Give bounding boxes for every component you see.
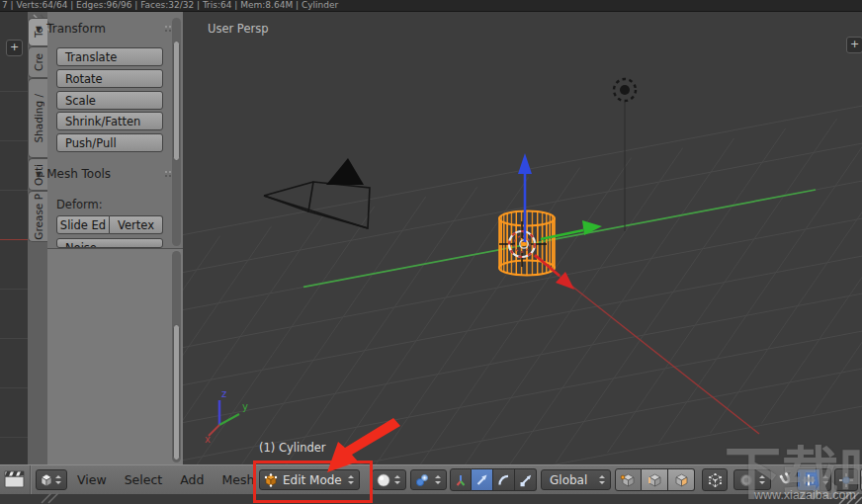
editor-type-dropdown[interactable] (36, 469, 67, 490)
view-name-label: User Persp (208, 22, 269, 36)
shelf-tab-shading[interactable]: Shading / (28, 78, 47, 158)
push-pull-button[interactable]: Push/Pull (56, 133, 163, 152)
blender-window: 7 | Verts:64/64 | Edges:96/96 | Faces:32… (0, 0, 862, 504)
manipulator-axes-button[interactable] (450, 468, 472, 491)
edge-select-icon (646, 471, 663, 488)
rotate-button[interactable]: Rotate (56, 69, 163, 88)
3d-viewport-cube-icon (39, 472, 54, 488)
vertex-select-button[interactable] (615, 468, 642, 491)
dropdown-stepper-icon (434, 472, 443, 487)
lower-scrollbar-thumb[interactable] (173, 324, 180, 461)
face-select-button[interactable] (668, 468, 695, 491)
edge-slide-button[interactable]: Slide Ed (56, 215, 110, 234)
dropdown-stepper-icon (54, 472, 63, 487)
grid-line (0, 190, 28, 191)
menu-view[interactable]: View (77, 465, 107, 494)
shelf-scrollbar-thumb[interactable] (173, 41, 180, 161)
pivot-point-dropdown[interactable] (410, 469, 447, 490)
manipulator-scale-button[interactable] (515, 468, 537, 491)
grid-floor (183, 80, 862, 464)
transform-panel-title: Transform (46, 22, 106, 36)
expand-region-button[interactable]: + (6, 40, 23, 56)
edge-select-button[interactable] (642, 468, 668, 491)
scene-stats-text: 7 | Verts:64/64 | Edges:96/96 | Faces:32… (2, 0, 338, 10)
dotted-cube-icon (707, 471, 724, 488)
translate-manipulator[interactable] (518, 153, 602, 290)
axes-tripod-icon (453, 472, 469, 488)
properties-region-expand-button[interactable]: + (846, 37, 862, 53)
lamp-object[interactable] (614, 79, 636, 231)
menu-mesh[interactable]: Mesh (221, 465, 254, 494)
shelf-tab-create[interactable]: Cre (28, 46, 47, 78)
viewport-canvas[interactable] (183, 12, 862, 464)
face-select-icon (673, 471, 690, 488)
grid-line (0, 91, 28, 92)
mini-axis-gizmo (209, 400, 239, 436)
pivot-point-icon (414, 472, 430, 488)
menu-select[interactable]: Select (125, 465, 163, 494)
shrink-fatten-button[interactable]: Shrink/Fatten (56, 112, 163, 130)
panel-grip-icon[interactable] (165, 171, 167, 173)
gizmo-x-label: x (205, 434, 211, 445)
side-editor-strip: + (0, 12, 29, 464)
rotate-arc-icon (496, 472, 512, 488)
3d-viewport[interactable]: User Persp (1) Cylinder z y x + (183, 12, 862, 464)
grid-line (0, 387, 28, 388)
transform-orientation-dropdown[interactable]: Global (541, 469, 611, 490)
gizmo-z-label: z (221, 388, 226, 399)
deform-label: Deform: (56, 198, 103, 211)
shelf-tab-grease-pencil[interactable]: Grease P (28, 191, 47, 242)
x-axis-line (0, 239, 28, 240)
menu-add[interactable]: Add (180, 465, 204, 494)
grid-line (0, 289, 28, 290)
orientation-dropdown-label: Global (550, 473, 587, 487)
collapse-triangle-icon: ▼ (36, 25, 42, 34)
panel-grip-icon[interactable] (165, 26, 167, 28)
scale-button[interactable]: Scale (56, 91, 163, 110)
area-corner-widget[interactable] (40, 493, 79, 504)
axis-lines (303, 190, 816, 434)
watermark-url: www.xiazaiba.com (754, 488, 856, 502)
gizmo-y-label: y (242, 401, 248, 412)
grid-line (0, 338, 28, 339)
annotation-arrow (314, 407, 413, 478)
mesh-tools-panel-header[interactable]: ▼ Mesh Tools (36, 167, 111, 181)
manipulator-translate-button[interactable] (472, 468, 493, 491)
scale-arrow-icon (518, 472, 534, 488)
grid-line (0, 140, 28, 141)
dropdown-stepper-icon (598, 472, 607, 487)
manipulator-rotate-button[interactable] (493, 468, 515, 491)
vertex-select-icon (620, 471, 637, 488)
tool-shelf-empty-area (47, 248, 183, 464)
transform-panel-header[interactable]: ▼ Transform (36, 22, 106, 36)
camera-object[interactable] (264, 158, 370, 228)
mesh-tools-panel-title: Mesh Tools (46, 167, 111, 181)
noise-button-clipped[interactable]: Noise (56, 238, 163, 248)
header-menus: View Select Add Mesh (77, 465, 254, 494)
collapse-triangle-icon: ▼ (36, 170, 42, 179)
tool-shelf: To Cre Shading / Opti Grease P ▼ Transfo… (28, 12, 183, 464)
clapperboard-icon[interactable] (3, 467, 28, 496)
grid-line (0, 437, 28, 438)
vertex-slide-button[interactable]: Vertex (110, 215, 163, 234)
translate-arrow-icon (474, 472, 490, 488)
scene-stats-bar: 7 | Verts:64/64 | Edges:96/96 | Faces:32… (0, 0, 862, 12)
translate-button[interactable]: Translate (56, 47, 163, 66)
header-divider (30, 465, 31, 494)
